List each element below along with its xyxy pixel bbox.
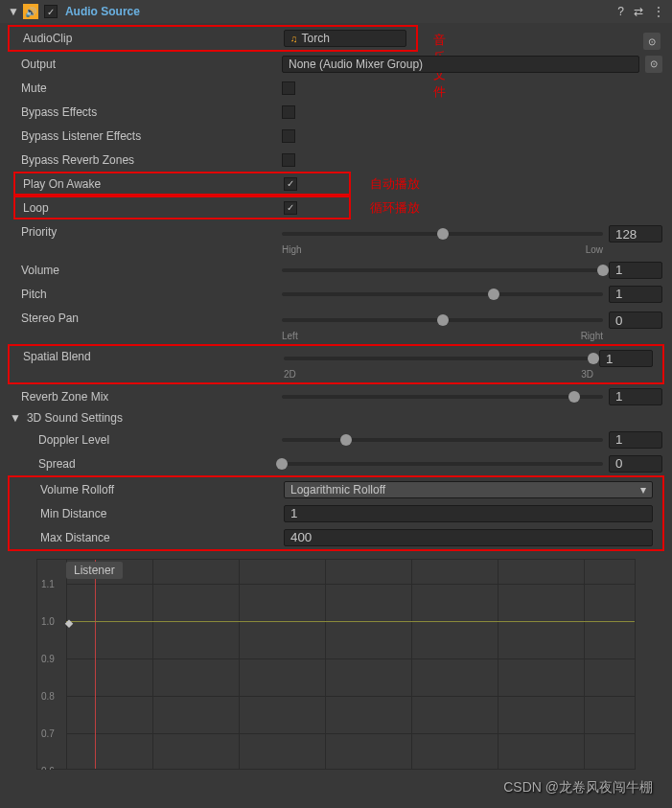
rolloff-block: Volume Rolloff Logarithmic Rolloff ▾ Min… (8, 475, 664, 551)
bypass-effects-checkbox[interactable] (282, 105, 295, 119)
output-label: Output (21, 58, 282, 71)
stereo-pan-input[interactable] (609, 312, 662, 329)
pitch-label: Pitch (21, 288, 282, 301)
max-distance-label: Max Distance (40, 531, 284, 544)
spatial-blend-label: Spatial Blend (23, 350, 284, 363)
volume-input[interactable] (609, 262, 662, 279)
mute-checkbox[interactable] (282, 81, 295, 95)
spread-label: Spread (38, 457, 282, 471)
preset-icon[interactable]: ⇄ (634, 5, 643, 18)
doppler-level-slider[interactable] (282, 438, 603, 442)
bypass-listener-effects-row: Bypass Listener Effects (0, 124, 672, 148)
spread-row: Spread (0, 451, 672, 475)
mute-row: Mute (0, 76, 672, 100)
pitch-row: Pitch (0, 282, 672, 306)
audioclip-row: AudioClip ♫ Torch 音乐文件 (8, 25, 418, 52)
foldout-icon[interactable]: ▼ (8, 5, 19, 18)
pitch-slider[interactable] (282, 292, 603, 296)
spread-input[interactable] (609, 455, 662, 473)
play-on-awake-label: Play On Awake (23, 177, 284, 191)
max-distance-input[interactable] (284, 529, 653, 546)
play-on-awake-checkbox[interactable]: ✓ (284, 177, 297, 191)
loop-row: Loop ✓ (13, 196, 351, 219)
stereo-pan-label: Stereo Pan (21, 312, 282, 325)
spread-slider[interactable] (282, 462, 603, 466)
play-on-awake-row: Play On Awake ✓ (13, 172, 351, 196)
spatial-blend-row: Spatial Blend 2D3D (8, 344, 664, 384)
pitch-input[interactable] (609, 286, 662, 303)
audioclip-field[interactable]: ♫ Torch (284, 30, 406, 47)
sound-settings-title: 3D Sound Settings (27, 411, 123, 425)
stereo-pan-slider[interactable] (282, 318, 603, 322)
min-distance-input[interactable] (284, 505, 653, 522)
listener-label: Listener (66, 562, 123, 579)
bypass-reverb-zones-row: Bypass Reverb Zones (0, 148, 672, 172)
priority-row: Priority HighLow (0, 219, 672, 258)
output-value: None (Audio Mixer Group) (289, 58, 423, 71)
graph-listener-line (95, 560, 96, 769)
audio-source-icon: 🔊 (23, 4, 38, 19)
max-distance-row: Max Distance (10, 525, 662, 549)
loop-annotation: 循环播放 (370, 199, 420, 217)
loop-checkbox[interactable]: ✓ (284, 201, 297, 215)
reverb-zone-mix-slider[interactable] (282, 395, 603, 399)
min-distance-row: Min Distance (10, 501, 662, 525)
bypass-listener-effects-checkbox[interactable] (282, 129, 295, 143)
spatial-blend-input[interactable] (599, 350, 653, 367)
doppler-level-label: Doppler Level (38, 433, 282, 447)
audioclip-label: AudioClip (23, 32, 284, 45)
doppler-level-row: Doppler Level (0, 427, 672, 451)
audioclip-value: Torch (302, 32, 330, 45)
bypass-effects-label: Bypass Effects (21, 105, 282, 119)
volume-rolloff-row: Volume Rolloff Logarithmic Rolloff ▾ (10, 477, 662, 501)
priority-slider[interactable] (282, 232, 603, 236)
priority-label: Priority (21, 225, 282, 239)
bypass-effects-row: Bypass Effects (0, 100, 672, 124)
reverb-zone-mix-label: Reverb Zone Mix (21, 390, 282, 404)
volume-slider[interactable] (282, 268, 603, 272)
audioclip-picker-icon[interactable]: ⊙ (643, 33, 660, 50)
component-title: Audio Source (65, 5, 617, 18)
chevron-down-icon: ▾ (640, 483, 646, 496)
priority-input[interactable] (609, 225, 662, 242)
mute-label: Mute (21, 81, 282, 95)
menu-icon[interactable]: ⋮ (653, 5, 664, 18)
output-field[interactable]: None (Audio Mixer Group) (282, 56, 639, 73)
output-picker-icon[interactable]: ⊙ (645, 56, 662, 73)
graph-curve (66, 621, 635, 622)
play-on-awake-annotation: 自动播放 (370, 175, 420, 193)
volume-label: Volume (21, 264, 282, 277)
min-distance-label: Min Distance (40, 507, 284, 520)
output-row: Output None (Audio Mixer Group) ⊙ (0, 52, 672, 76)
spatial-blend-slider[interactable] (284, 357, 593, 360)
bypass-reverb-zones-checkbox[interactable] (282, 153, 295, 167)
component-header: ▼ 🔊 ✓ Audio Source ? ⇄ ⋮ (0, 0, 672, 23)
bypass-listener-effects-label: Bypass Listener Effects (21, 129, 282, 143)
component-enabled-checkbox[interactable]: ✓ (44, 5, 58, 18)
doppler-level-input[interactable] (609, 431, 662, 449)
help-icon[interactable]: ? (617, 5, 624, 18)
loop-label: Loop (23, 201, 284, 215)
foldout-icon: ▼ (10, 411, 21, 425)
volume-rolloff-dropdown[interactable]: Logarithmic Rolloff ▾ (284, 481, 653, 498)
audio-note-icon: ♫ (290, 34, 298, 44)
bypass-reverb-zones-label: Bypass Reverb Zones (21, 153, 282, 167)
volume-rolloff-label: Volume Rolloff (40, 483, 284, 496)
reverb-zone-mix-row: Reverb Zone Mix (0, 384, 672, 408)
sound-settings-header[interactable]: ▼ 3D Sound Settings (0, 408, 672, 427)
stereo-pan-row: Stereo Pan LeftRight (0, 306, 672, 344)
volume-row: Volume (0, 258, 672, 282)
reverb-zone-mix-input[interactable] (609, 388, 662, 405)
rolloff-graph[interactable]: Listener 1.1 1.0 0.9 0.8 0.7 0.6 (36, 559, 636, 770)
